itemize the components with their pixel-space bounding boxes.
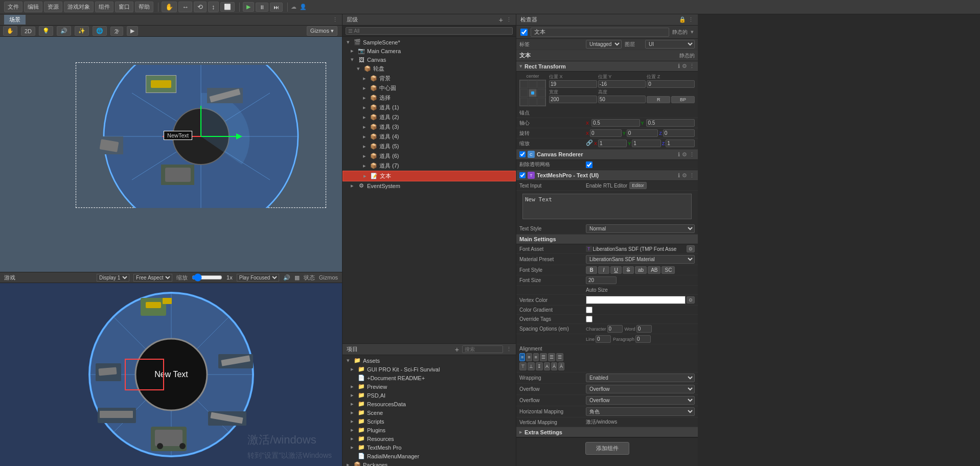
scene-tab[interactable]: 场景: [4, 15, 26, 25]
rect-transform-header[interactable]: ▾ Rect Transform ℹ ⚙ ⋮: [516, 61, 698, 72]
status-btn[interactable]: 状态: [304, 274, 315, 282]
extra-settings-header[interactable]: ▸ Extra Settings: [516, 427, 698, 437]
project-item-radialmanager[interactable]: 📄 RadialMenuManager: [343, 452, 516, 460]
tree-item-centercircle[interactable]: ▸ 📦 中心圆: [343, 83, 516, 93]
project-item-plugins[interactable]: ▸ 📁 Plugins: [343, 426, 516, 434]
edit-menu[interactable]: 编辑: [24, 2, 42, 12]
align-center-h-btn[interactable]: ≡: [526, 353, 532, 361]
textmeshpro-header[interactable]: T TextMeshPro - Text (UI) ℹ ⚙ ⋮: [516, 170, 698, 181]
tree-item-canvas[interactable]: ▾ 🖼 Canvas: [343, 55, 516, 64]
project-item-resources[interactable]: ▸ 📁 ResourcesData: [343, 400, 516, 408]
scene-gizmos-btn[interactable]: Gizmos ▾: [307, 26, 337, 36]
project-item-packages[interactable]: ▸ 📦 Packages: [343, 460, 516, 466]
smallcaps-btn[interactable]: SC: [662, 266, 675, 274]
move-tool[interactable]: ↔: [178, 2, 192, 12]
height-input[interactable]: [598, 96, 646, 103]
assets-menu[interactable]: 资源: [44, 2, 62, 12]
settings-icon2[interactable]: ⚙: [682, 151, 687, 158]
underline-btn[interactable]: U: [610, 266, 622, 274]
overflow-select2[interactable]: Overflow: [586, 396, 695, 405]
height-btn[interactable]: BP: [671, 96, 695, 103]
project-item-assets[interactable]: ▾ 📁 Assets: [343, 356, 516, 365]
more-icon[interactable]: ⋮: [689, 63, 695, 69]
scale-x-input[interactable]: [598, 139, 627, 147]
vertex-color-picker-btn[interactable]: ⊙: [687, 296, 695, 304]
project-search-input[interactable]: [462, 345, 503, 353]
project-item-scene[interactable]: ▸ 📁 Scene: [343, 408, 516, 417]
rotate-tool[interactable]: ⟲: [194, 2, 207, 12]
zoom-slider[interactable]: [192, 274, 222, 281]
project-item-psdai[interactable]: ▸ 📁 PSD,AI: [343, 391, 516, 400]
align-middle-btn[interactable]: ⊥: [528, 362, 535, 370]
project-tab-label[interactable]: 项目: [347, 345, 358, 353]
scale-y-input[interactable]: [632, 139, 660, 147]
tree-item-item5[interactable]: ▸ 📦 道具 (5): [343, 142, 516, 151]
file-menu[interactable]: 文件: [4, 2, 22, 12]
line-spacing-input[interactable]: [596, 335, 611, 343]
tree-item-item6[interactable]: ▸ 📦 道具 (6): [343, 151, 516, 161]
font-size-input[interactable]: [586, 276, 617, 284]
italic-btn[interactable]: I: [598, 266, 609, 274]
width-btn[interactable]: R: [647, 96, 670, 103]
wrapping-select[interactable]: Enabled Disabled: [586, 374, 695, 382]
tag-select[interactable]: Untagged: [586, 40, 622, 49]
hand-tool[interactable]: ✋: [162, 2, 177, 12]
align-top-btn[interactable]: ⊤: [519, 362, 527, 370]
align-left-btn[interactable]: ≡: [519, 353, 525, 361]
pivot-x-input[interactable]: [591, 119, 640, 127]
align-midline-btn[interactable]: Ā: [551, 362, 557, 370]
align-justify-btn[interactable]: ☰: [540, 353, 547, 361]
window-menu[interactable]: 窗口: [115, 2, 133, 12]
scale-lock-icon[interactable]: 🔗: [586, 139, 593, 147]
display-select[interactable]: Display 1: [97, 274, 129, 282]
align-baseline-btn[interactable]: A: [544, 362, 550, 370]
add-component-btn[interactable]: 添加组件: [585, 442, 629, 455]
help-menu[interactable]: 帮助: [135, 2, 153, 12]
settings-icon3[interactable]: ⚙: [682, 172, 687, 179]
align-justify3-btn[interactable]: ☰: [556, 353, 563, 361]
scene-audio-btn[interactable]: 🔊: [57, 26, 71, 36]
bold-btn[interactable]: B: [586, 266, 597, 274]
scale-tool[interactable]: ↕: [208, 2, 219, 12]
word-spacing-input[interactable]: [636, 325, 652, 333]
step-button[interactable]: ⏭: [270, 3, 283, 12]
tree-item-text[interactable]: ▸ 📝 文本: [343, 171, 516, 181]
hierarchy-tab-label[interactable]: 层级: [347, 16, 358, 24]
hierarchy-search-input[interactable]: [346, 27, 513, 35]
more-icon3[interactable]: ⋮: [689, 172, 695, 179]
lowercase-btn[interactable]: ab: [635, 266, 647, 274]
tmp-enabled[interactable]: [519, 172, 526, 178]
settings-icon[interactable]: ⚙: [682, 63, 687, 69]
project-item-textmesh[interactable]: ▸ 📁 TextMesh Pro: [343, 443, 516, 452]
info-icon2[interactable]: ℹ: [678, 151, 680, 158]
rect-transform-anchor-visual[interactable]: [519, 80, 546, 106]
rot-x-input[interactable]: [590, 129, 622, 137]
scene-sky-btn[interactable]: 🌐: [93, 26, 107, 36]
static-dropdown-icon[interactable]: ▾: [691, 29, 694, 35]
scene-more-icon[interactable]: ⋮: [332, 16, 338, 23]
tree-item-item4[interactable]: ▸ 📦 道具 (4): [343, 132, 516, 142]
align-capline-btn[interactable]: Â: [558, 362, 564, 370]
project-item-scripts[interactable]: ▸ 📁 Scripts: [343, 417, 516, 426]
h-mapping-select[interactable]: 角色: [586, 407, 695, 416]
tree-item-roulette[interactable]: ▾ 📦 轮盘: [343, 64, 516, 74]
info-icon3[interactable]: ℹ: [678, 172, 680, 179]
uppercase-btn[interactable]: AB: [648, 266, 660, 274]
inspector-tab-label[interactable]: 检查器: [520, 16, 537, 24]
align-right-btn[interactable]: ≡: [533, 353, 539, 361]
game-tab-label[interactable]: 游戏: [4, 274, 15, 282]
scene-gizmo-btn[interactable]: ✋: [3, 26, 17, 36]
char-spacing-input[interactable]: [607, 325, 623, 333]
pos-x-input[interactable]: [549, 80, 597, 88]
inspector-more-icon[interactable]: ⋮: [688, 16, 694, 23]
width-input[interactable]: [549, 96, 597, 103]
scene-2d-btn[interactable]: 2D: [21, 27, 35, 36]
scene-anim-btn[interactable]: ▶: [127, 26, 138, 36]
object-active-checkbox[interactable]: [520, 29, 528, 36]
object-name-input[interactable]: [531, 28, 669, 37]
overflow-select[interactable]: Overflow Truncate Ellipsis: [586, 385, 695, 393]
component-menu[interactable]: 组件: [95, 2, 113, 12]
tree-item-item2[interactable]: ▸ 📦 道具 (2): [343, 112, 516, 122]
font-asset-select-btn[interactable]: ⊙: [687, 245, 695, 252]
text-style-select[interactable]: Normal: [586, 224, 695, 233]
